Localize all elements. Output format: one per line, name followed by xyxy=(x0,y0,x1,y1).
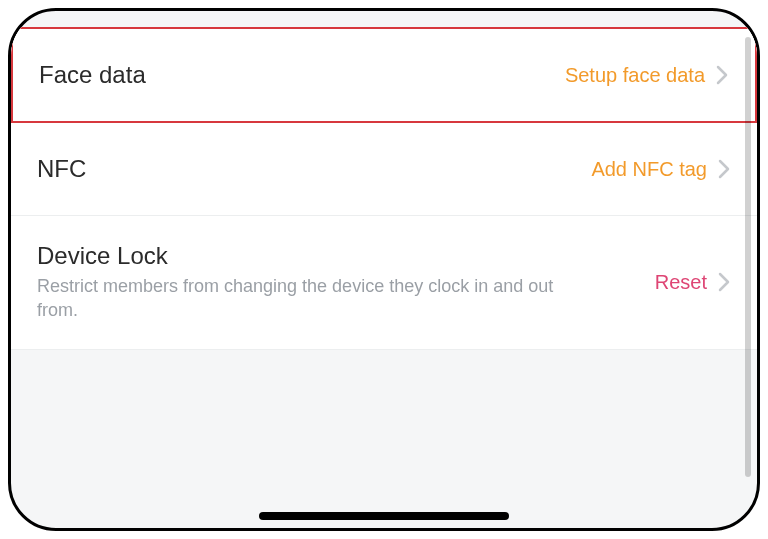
home-indicator[interactable] xyxy=(259,512,509,520)
row-right: Setup face data xyxy=(565,64,729,87)
settings-content: Face data Setup face data NFC Add NFC ta… xyxy=(11,11,757,528)
face-data-title: Face data xyxy=(39,61,549,89)
chevron-right-icon xyxy=(717,158,731,180)
device-lock-title: Device Lock xyxy=(37,242,639,270)
row-nfc[interactable]: NFC Add NFC tag xyxy=(11,123,757,216)
chevron-right-icon xyxy=(717,271,731,293)
row-right: Add NFC tag xyxy=(591,158,731,181)
reset-action[interactable]: Reset xyxy=(655,271,707,294)
add-nfc-tag-action[interactable]: Add NFC tag xyxy=(591,158,707,181)
row-face-data[interactable]: Face data Setup face data xyxy=(11,27,757,123)
setup-face-data-action[interactable]: Setup face data xyxy=(565,64,705,87)
row-left: NFC xyxy=(37,155,591,183)
nfc-title: NFC xyxy=(37,155,575,183)
device-lock-subtitle: Restrict members from changing the devic… xyxy=(37,274,557,323)
settings-list: Face data Setup face data NFC Add NFC ta… xyxy=(11,27,757,350)
row-left: Device Lock Restrict members from changi… xyxy=(37,242,655,323)
device-frame: Face data Setup face data NFC Add NFC ta… xyxy=(8,8,760,531)
chevron-right-icon xyxy=(715,64,729,86)
scrollbar[interactable] xyxy=(745,37,751,477)
row-left: Face data xyxy=(39,61,565,89)
row-device-lock[interactable]: Device Lock Restrict members from changi… xyxy=(11,216,757,350)
row-right: Reset xyxy=(655,271,731,294)
